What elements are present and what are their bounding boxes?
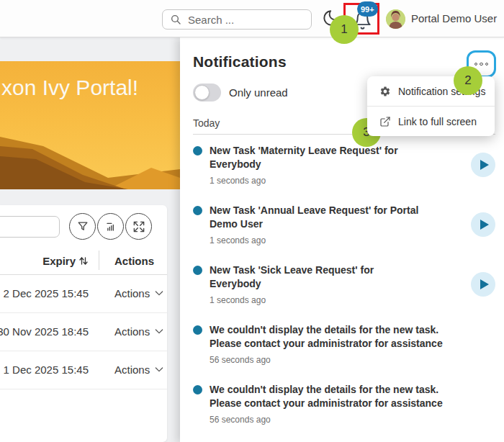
filter-button[interactable] <box>69 213 96 240</box>
avatar[interactable] <box>386 9 405 29</box>
banner-headline: xon Ivy Portal! <box>1 76 138 100</box>
unread-dot-icon <box>193 325 202 335</box>
unread-dot-icon <box>193 385 202 394</box>
welcome-banner: xon Ivy Portal! <box>0 61 180 189</box>
expiry-cell: 1 Dec 2025 15:45 <box>0 351 89 388</box>
actions-label: Actions <box>114 325 150 338</box>
app-window: xon Ivy Portal! Expiry <box>0 0 504 442</box>
task-search-input[interactable] <box>0 216 60 238</box>
expiry-cell: 30 Nov 2025 18:45 <box>0 312 89 350</box>
play-icon <box>480 160 489 170</box>
row-actions-dropdown[interactable]: Actions <box>114 351 165 388</box>
expiry-cell: 2 Dec 2025 15:45 <box>0 274 89 312</box>
actions-column-header: Actions <box>114 247 154 274</box>
play-icon <box>480 220 489 230</box>
notification-title: New Task 'Maternity Leave Request' for E… <box>210 144 426 171</box>
table-row: 1 Dec 2025 15:45 Actions <box>0 351 167 389</box>
expiry-column-header[interactable]: Expiry <box>42 255 76 267</box>
column-divider <box>99 251 99 270</box>
notification-item[interactable]: We couldn't display the details for the … <box>193 434 504 442</box>
chevron-down-icon <box>153 364 165 375</box>
user-name[interactable]: Portal Demo User <box>411 12 497 24</box>
notification-list: New Task 'Maternity Leave Request' for E… <box>193 135 504 442</box>
play-icon <box>480 279 489 289</box>
top-bar: Portal Demo User <box>0 0 504 37</box>
external-link-icon <box>379 116 391 127</box>
toggle-knob <box>194 85 210 100</box>
gear-icon <box>379 86 391 97</box>
notification-item[interactable]: New Task 'Maternity Leave Request' for E… <box>193 135 504 195</box>
unread-dot-icon <box>193 206 202 215</box>
actions-label: Actions <box>114 364 150 376</box>
notification-time: 1 seconds ago <box>210 176 465 186</box>
chevron-down-icon <box>153 325 165 337</box>
table-header: Expiry Actions <box>0 247 167 274</box>
notification-time: 56 seconds ago <box>210 415 495 425</box>
notification-title: New Task 'Sick Leave Request' for Everyb… <box>210 263 426 291</box>
kebab-dots-icon <box>480 63 483 66</box>
unread-dot-icon <box>193 266 202 275</box>
expand-arrows-icon <box>132 220 146 234</box>
notification-title: New Task 'Annual Leave Request' for Port… <box>210 204 426 231</box>
run-task-button[interactable] <box>471 212 495 237</box>
funnel-icon <box>76 220 90 234</box>
task-list-card: Expiry Actions 2 Dec 2025 15:45 Actions … <box>0 205 167 442</box>
step-marker-2: 2 <box>454 66 482 95</box>
notification-item[interactable]: New Task 'Sick Leave Request' for Everyb… <box>193 255 504 315</box>
user-photo <box>386 9 405 29</box>
actions-label: Actions <box>114 287 150 299</box>
global-search[interactable] <box>162 9 312 30</box>
kebab-dots-icon <box>474 63 478 66</box>
notification-count-badge: 99+ <box>357 1 378 17</box>
row-actions-dropdown[interactable]: Actions <box>114 274 165 312</box>
notification-time: 1 seconds ago <box>210 235 465 245</box>
notification-time: 56 seconds ago <box>210 355 495 365</box>
table-row: 2 Dec 2025 15:45 Actions <box>0 274 167 313</box>
sort-arrows-icon[interactable] <box>78 256 89 266</box>
notification-item[interactable]: New Task 'Annual Leave Request' for Port… <box>193 195 504 255</box>
notification-item[interactable]: We couldn't display the details for the … <box>193 315 504 374</box>
only-unread-label: Only unread <box>229 86 288 99</box>
notification-title: We couldn't display the details for the … <box>210 323 454 351</box>
step-marker-1: 1 <box>330 15 359 44</box>
notification-item[interactable]: We couldn't display the details for the … <box>193 374 504 434</box>
search-input[interactable] <box>186 13 305 27</box>
kebab-dots-icon <box>485 63 489 66</box>
expand-button[interactable] <box>125 213 152 240</box>
notification-title: We couldn't display the details for the … <box>210 383 454 410</box>
row-actions-dropdown[interactable]: Actions <box>114 312 165 350</box>
run-task-button[interactable] <box>471 272 495 297</box>
table-row: 30 Nov 2025 18:45 Actions <box>0 312 167 351</box>
menu-item-label: Link to full screen <box>398 116 477 127</box>
magnifier-icon <box>170 14 181 25</box>
unread-dot-icon <box>193 146 202 155</box>
notification-time: 1 seconds ago <box>210 295 465 305</box>
menu-item-link-full-screen[interactable]: Link to full screen <box>367 107 495 136</box>
panel-title: Notifications <box>193 53 287 71</box>
bar-chart-icon <box>104 220 118 234</box>
chevron-down-icon <box>153 287 165 299</box>
section-label: Today <box>193 117 220 129</box>
run-task-button[interactable] <box>471 153 495 177</box>
only-unread-toggle[interactable] <box>193 84 221 102</box>
statistics-button[interactable] <box>97 213 124 240</box>
